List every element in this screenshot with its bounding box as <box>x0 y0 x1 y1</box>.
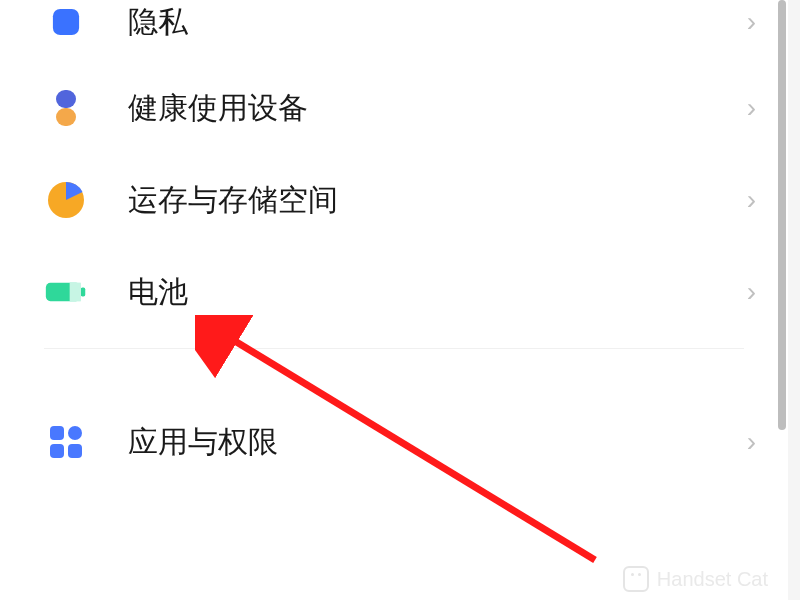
settings-item-battery[interactable]: 电池 › <box>0 246 788 338</box>
watermark-cat-icon <box>623 566 649 592</box>
chevron-right-icon: › <box>747 92 756 124</box>
svg-rect-2 <box>56 108 76 126</box>
chevron-right-icon: › <box>747 6 756 38</box>
svg-rect-1 <box>56 90 76 108</box>
battery-icon <box>44 270 88 314</box>
settings-item-privacy[interactable]: 隐私 › <box>0 0 788 62</box>
watermark: Handset Cat <box>623 566 768 592</box>
scrollbar-thumb[interactable] <box>778 0 786 430</box>
settings-item-label: 健康使用设备 <box>128 88 747 129</box>
chevron-right-icon: › <box>747 184 756 216</box>
svg-rect-9 <box>50 426 64 440</box>
storage-pie-icon <box>44 178 88 222</box>
settings-item-label: 应用与权限 <box>128 422 747 463</box>
settings-item-apps-permissions[interactable]: 应用与权限 › <box>0 396 788 488</box>
settings-item-wellbeing[interactable]: 健康使用设备 › <box>0 62 788 154</box>
watermark-text: Handset Cat <box>657 568 768 591</box>
svg-point-10 <box>68 426 82 440</box>
settings-list: 隐私 › 健康使用设备 › 运存与存储空间 › <box>0 0 788 600</box>
settings-item-label: 电池 <box>128 272 747 313</box>
settings-item-storage[interactable]: 运存与存储空间 › <box>0 154 788 246</box>
settings-item-label: 运存与存储空间 <box>128 180 747 221</box>
svg-rect-0 <box>53 9 79 35</box>
svg-rect-8 <box>76 283 81 301</box>
svg-rect-11 <box>50 444 64 458</box>
wellbeing-icon <box>44 86 88 130</box>
section-divider <box>44 348 744 366</box>
chevron-right-icon: › <box>747 276 756 308</box>
privacy-shield-icon <box>44 0 88 44</box>
chevron-right-icon: › <box>747 426 756 458</box>
svg-rect-5 <box>81 287 86 296</box>
apps-grid-icon <box>44 420 88 464</box>
settings-item-label: 隐私 <box>128 2 747 43</box>
svg-rect-12 <box>68 444 82 458</box>
